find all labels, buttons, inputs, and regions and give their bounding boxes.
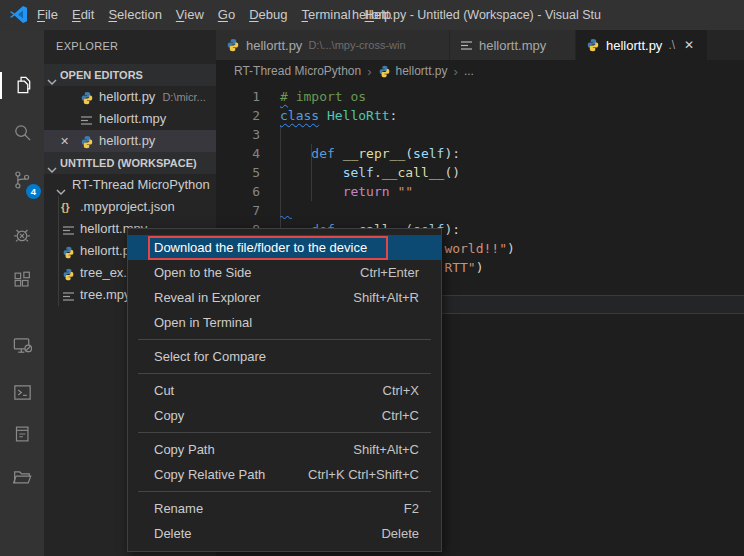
- extensions-icon: [11, 269, 33, 291]
- open-editor-label: hellortt.mpy: [99, 108, 166, 130]
- open-editor-label: hellortt.py: [99, 130, 155, 152]
- menu-item-shortcut: Shift+Alt+C: [353, 442, 419, 457]
- close-editor-icon[interactable]: ✕: [60, 130, 69, 152]
- section-open-editors[interactable]: OPEN EDITORS: [44, 64, 216, 86]
- line-number: 5: [216, 163, 260, 182]
- menu-item-open-in-terminal[interactable]: Open in Terminal: [128, 310, 441, 335]
- menu-file[interactable]: File: [30, 0, 65, 30]
- menu-item-select-for-compare[interactable]: Select for Compare: [128, 344, 441, 369]
- files-icon: [11, 74, 34, 97]
- activity-bar: 4: [0, 30, 44, 556]
- context-menu: Download the file/floder to the device O…: [127, 228, 442, 552]
- menu-item-copy-path[interactable]: Copy Path Shift+Alt+C: [128, 437, 441, 462]
- tab-hellortt-mpy[interactable]: hellortt.mpy: [450, 30, 576, 60]
- open-editor-path: D:\micr...: [162, 91, 205, 103]
- debug-icon: [11, 224, 33, 246]
- activity-explorer-button[interactable]: [0, 63, 44, 107]
- activity-device-button[interactable]: [0, 323, 44, 367]
- menu-item-shortcut: Ctrl+C: [382, 408, 419, 423]
- chevron-right-icon: ›: [367, 64, 371, 79]
- menu-item-label: Cut: [154, 383, 174, 398]
- vscode-window: File Edit Selection View Go Debug Termin…: [0, 0, 744, 556]
- menu-item-reveal-in-explorer[interactable]: Reveal in Explorer Shift+Alt+R: [128, 285, 441, 310]
- code-token: __repr__: [343, 146, 406, 161]
- activity-search-button[interactable]: [0, 110, 44, 154]
- menu-item-label: Open to the Side: [154, 265, 252, 280]
- menu-edit[interactable]: Edit: [65, 0, 101, 30]
- code-token: world!!": [444, 241, 507, 256]
- activity-folder-button[interactable]: [0, 455, 44, 499]
- annotation-highlight-box: [148, 236, 388, 260]
- breadcrumb-item[interactable]: RT-Thread MicroPython: [234, 64, 361, 78]
- menu-item-delete[interactable]: Delete Delete: [128, 521, 441, 546]
- code-token: "": [397, 184, 413, 199]
- menu-go[interactable]: Go: [211, 0, 242, 30]
- window-title: hellortt.py - Untitled (Workspace) - Vis…: [352, 0, 744, 30]
- tree-file-label: .mpyproject.json: [80, 196, 175, 218]
- line-number: 6: [216, 182, 260, 201]
- menu-item-cut[interactable]: Cut Ctrl+X: [128, 378, 441, 403]
- tab-hellortt-py-external[interactable]: hellortt.py D:\...\mpy-cross-win: [216, 30, 450, 60]
- open-editor-row-active[interactable]: ✕ hellortt.py: [44, 130, 216, 152]
- menu-item-open-to-side[interactable]: Open to the Side Ctrl+Enter: [128, 260, 441, 285]
- line-number: 4: [216, 144, 260, 163]
- code-token: [280, 184, 343, 199]
- code-token: [319, 108, 327, 123]
- menu-view[interactable]: View: [169, 0, 211, 30]
- tree-folder-label: RT-Thread MicroPython: [72, 174, 210, 196]
- activity-extensions-button[interactable]: [0, 258, 44, 302]
- folder-icon: [11, 466, 33, 488]
- menu-item-rename[interactable]: Rename F2: [128, 496, 441, 521]
- menu-item-label: Reveal in Explorer: [154, 290, 260, 305]
- code-token: .: [374, 165, 382, 180]
- notebook-icon: [11, 423, 33, 445]
- code-line: 2class HelloRtt:: [216, 106, 744, 125]
- code-token: __call__: [382, 165, 445, 180]
- activity-source-control-button[interactable]: 4: [0, 158, 44, 202]
- python-file-icon: [586, 38, 600, 52]
- menu-item-copy[interactable]: Copy Ctrl+C: [128, 403, 441, 428]
- tab-description: D:\...\mpy-cross-win: [308, 39, 405, 51]
- mpy-file-icon: [62, 288, 75, 310]
- menu-separator: [138, 491, 431, 492]
- code-line: 7: [216, 201, 744, 220]
- close-icon[interactable]: ✕: [684, 38, 694, 52]
- menu-item-shortcut: Ctrl+Enter: [360, 265, 419, 280]
- menu-terminal[interactable]: Terminal: [294, 0, 357, 30]
- line-number: 7: [216, 201, 260, 220]
- code-token: self: [413, 146, 444, 161]
- code-token: (): [444, 165, 460, 180]
- code-token: class: [280, 108, 319, 123]
- code-token: [280, 165, 343, 180]
- activity-terminal-button[interactable]: [0, 370, 44, 414]
- menu-item-shortcut: Delete: [381, 526, 419, 541]
- menu-item-copy-relative-path[interactable]: Copy Relative Path Ctrl+K Ctrl+Shift+C: [128, 462, 441, 487]
- error-squiggle-icon: [280, 214, 292, 219]
- tab-label: hellortt.py: [606, 38, 662, 53]
- breadcrumb-item[interactable]: ...: [464, 64, 474, 78]
- menu-debug[interactable]: Debug: [242, 0, 294, 30]
- activity-notebook-button[interactable]: [0, 412, 44, 456]
- menu-separator: [138, 432, 431, 433]
- menu-item-shortcut: Shift+Alt+R: [353, 290, 419, 305]
- tree-folder-row[interactable]: RT-Thread MicroPython: [44, 174, 216, 196]
- code-line: 1# import os: [216, 87, 744, 106]
- activity-debug-button[interactable]: [0, 213, 44, 257]
- open-editor-row[interactable]: hellortt.pyD:\micr...: [44, 86, 216, 108]
- code-line: 3: [216, 125, 744, 144]
- tree-file-row[interactable]: {} .mpyproject.json: [44, 196, 216, 218]
- open-editor-row[interactable]: hellortt.mpy: [44, 108, 216, 130]
- menu-item-label: Rename: [154, 501, 203, 516]
- breadcrumb-item[interactable]: hellortt.py: [396, 64, 448, 78]
- menu-item-label: Copy: [154, 408, 184, 423]
- chevron-right-icon: ›: [454, 64, 458, 79]
- menu-selection[interactable]: Selection: [101, 0, 168, 30]
- source-control-badge: 4: [26, 184, 41, 199]
- vscode-logo-icon: [9, 5, 28, 24]
- tab-hellortt-py-active[interactable]: hellortt.py .\ ✕: [576, 30, 708, 60]
- code-line: 4 def __repr__(self):: [216, 144, 744, 163]
- menu-item-shortcut: Ctrl+X: [383, 383, 419, 398]
- python-file-icon: [226, 38, 240, 52]
- section-workspace[interactable]: UNTITLED (WORKSPACE): [44, 152, 216, 174]
- line-number: 1: [216, 87, 260, 106]
